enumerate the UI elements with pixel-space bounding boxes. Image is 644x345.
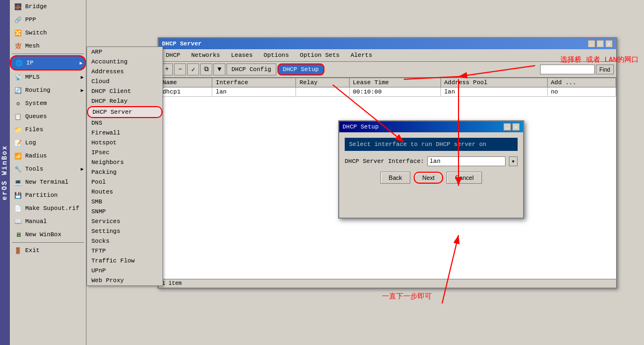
col-relay[interactable]: Relay (296, 78, 349, 87)
submenu-item-upnp[interactable]: UPnP (87, 266, 163, 276)
submenu-item-routes[interactable]: Routes (87, 187, 163, 197)
sidebar-item-ppp[interactable]: 🔗 PPP (10, 13, 86, 26)
dialog-controls: _ ✕ (503, 123, 520, 131)
queues-icon: 📋 (13, 112, 23, 121)
tab-alerts[interactable]: Alerts (346, 50, 378, 60)
sidebar-item-bridge[interactable]: 🌉 Bridge (10, 0, 86, 13)
cancel-button[interactable]: Cancel (446, 172, 481, 184)
sidebar-item-switch[interactable]: 🔀 Switch (10, 26, 86, 39)
col-interface[interactable]: Interface (212, 78, 296, 87)
sidebar-item-tools[interactable]: 🔧 Tools ▶ (10, 162, 86, 176)
back-button[interactable]: Back (380, 172, 410, 184)
dhcp-setup-button[interactable]: DHCP Setup (277, 63, 324, 75)
sidebar-item-manual[interactable]: 📖 Manual (10, 215, 86, 228)
edit-button[interactable]: ✓ (187, 63, 199, 75)
tab-options[interactable]: Options (259, 50, 294, 60)
submenu-item-dhcp-relay[interactable]: DHCP Relay (87, 96, 163, 106)
instruction-text: Select interface to run DHCP server on (349, 141, 486, 148)
submenu-item-packing[interactable]: Packing (87, 167, 163, 177)
tab-option-sets[interactable]: Option Sets (295, 50, 345, 60)
submenu-label-accounting: Accounting (91, 59, 127, 65)
sidebar-item-mesh[interactable]: 🕸 Mesh (10, 39, 86, 52)
copy-button[interactable]: ⧉ (200, 63, 212, 75)
submenu-item-services[interactable]: Services (87, 217, 163, 226)
submenu-item-ipsec[interactable]: IPsec (87, 148, 163, 157)
sidebar-label-routing: Routing (25, 87, 50, 93)
submenu-item-settings[interactable]: Settings (87, 226, 163, 236)
sidebar-label-new-terminal: New Terminal (25, 179, 68, 185)
sidebar-item-ip[interactable]: 🌐 IP ▶ (10, 55, 86, 71)
dialog-field-interface: DHCP Server Interface: lan ▼ (345, 156, 518, 166)
dialog-instruction: Select interface to run DHCP server on (345, 138, 518, 151)
tab-leases[interactable]: Leases (226, 50, 258, 60)
dialog-close[interactable]: ✕ (512, 123, 520, 131)
dhcp-server-titlebar: DHCP Server _ □ ✕ (159, 38, 616, 49)
sidebar-label-new-winbox: New WinBox (25, 231, 61, 238)
submenu-item-dhcp-client[interactable]: DHCP Client (87, 86, 163, 96)
field-label: DHCP Server Interface: (345, 158, 424, 165)
sidebar-label-tools: Tools (25, 166, 43, 172)
field-value[interactable]: lan (427, 156, 506, 166)
tab-networks[interactable]: Networks (186, 50, 225, 60)
dialog-minimize[interactable]: _ (503, 123, 511, 131)
sidebar-label-bridge: Bridge (25, 3, 47, 10)
next-button[interactable]: Next (414, 172, 444, 184)
close-button[interactable]: ✕ (605, 40, 613, 48)
submenu-item-arp[interactable]: ARP (87, 47, 163, 57)
sidebar-label-log: Log (25, 139, 36, 146)
log-icon: 📝 (13, 138, 23, 148)
maximize-button[interactable]: □ (596, 40, 604, 48)
sidebar-item-mpls[interactable]: 📡 MPLS ▶ (10, 71, 86, 84)
submenu-label-dhcp-relay: DHCP Relay (91, 98, 127, 104)
submenu-item-hotspot[interactable]: Hotspot (87, 138, 163, 148)
submenu-item-dhcp-server[interactable]: DHCP Server (87, 106, 163, 118)
manual-icon: 📖 (13, 217, 23, 226)
cell-lease-time: 00:10:00 (349, 87, 440, 97)
sidebar-item-radius[interactable]: 📶 Radius (10, 149, 86, 162)
sidebar-label-partition: Partition (25, 192, 57, 198)
remove-button[interactable]: − (174, 63, 186, 75)
submenu-item-pool[interactable]: Pool (87, 177, 163, 187)
find-button[interactable]: Find (596, 65, 614, 74)
submenu-item-web-proxy[interactable]: Web Proxy (87, 276, 163, 285)
sidebar-label-make-supout: Make Supout.rif (25, 205, 79, 212)
sidebar-item-make-supout[interactable]: 📄 Make Supout.rif (10, 202, 86, 215)
submenu-item-accounting[interactable]: Accounting (87, 57, 163, 67)
dhcp-config-button[interactable]: DHCP Config (227, 63, 276, 75)
sidebar-item-system[interactable]: ⚙ System (10, 97, 86, 110)
sidebar-label-system: System (25, 100, 47, 107)
sidebar-item-new-winbox[interactable]: 🖥 New WinBox (10, 228, 86, 241)
sidebar-item-partition[interactable]: 💾 Partition (10, 189, 86, 202)
submenu-item-cloud[interactable]: Cloud (87, 77, 163, 86)
dhcp-server-menubar: DHCP Networks Leases Options Option Sets… (159, 49, 616, 62)
submenu-item-traffic-flow[interactable]: Traffic Flow (87, 256, 163, 266)
files-icon: 📁 (13, 125, 23, 135)
submenu-item-tftp[interactable]: TFTP (87, 246, 163, 256)
sidebar-item-log[interactable]: 📝 Log (10, 136, 86, 149)
minimize-button[interactable]: _ (588, 40, 595, 48)
search-input[interactable] (540, 65, 595, 74)
col-name[interactable]: Name (159, 78, 212, 87)
sidebar-label-radius: Radius (25, 153, 47, 159)
col-add[interactable]: Add ... (547, 78, 616, 87)
submenu-item-snmp[interactable]: SNMP (87, 207, 163, 217)
submenu-item-addresses[interactable]: Addresses (87, 67, 163, 77)
sidebar-item-queues[interactable]: 📋 Queues (10, 110, 86, 123)
col-lease-time[interactable]: Lease Time (349, 78, 440, 87)
submenu-item-smb[interactable]: SMB (87, 197, 163, 207)
col-address-pool[interactable]: Address Pool (440, 78, 547, 87)
sidebar-item-files[interactable]: 📁 Files (10, 123, 86, 136)
sidebar-item-exit[interactable]: 🚪 Exit (10, 244, 86, 257)
sidebar-label-ip: IP (26, 60, 33, 66)
table-row[interactable]: dhcp1 lan 00:10:00 lan no (159, 87, 616, 97)
submenu-item-firewall[interactable]: Firewall (87, 128, 163, 138)
sidebar-item-routing[interactable]: 🔄 Routing ▶ (10, 84, 86, 97)
dropdown-arrow[interactable]: ▼ (509, 156, 518, 166)
switch-icon: 🔀 (13, 28, 23, 38)
submenu-item-neighbors[interactable]: Neighbors (87, 157, 163, 167)
submenu-item-dns[interactable]: DNS (87, 118, 163, 128)
sidebar-item-new-terminal[interactable]: 💻 New Terminal (10, 176, 86, 189)
filter-button[interactable]: ▼ (213, 63, 225, 75)
submenu-item-socks[interactable]: Socks (87, 236, 163, 246)
tab-dhcp[interactable]: DHCP (161, 50, 185, 60)
